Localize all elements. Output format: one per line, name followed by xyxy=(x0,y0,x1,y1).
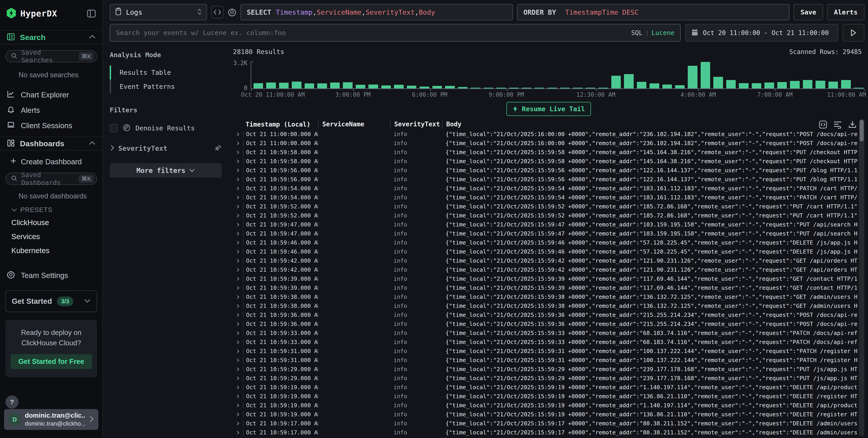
lang-toggle-lucene[interactable]: Lucene xyxy=(652,29,674,37)
log-row[interactable]: Oct 21 10:59:38.000 AMinfo{"time_local":… xyxy=(233,302,858,310)
create-dashboard-button[interactable]: Create Dashboard xyxy=(0,157,102,167)
row-expand-icon[interactable] xyxy=(233,159,243,164)
sidebar-item-search[interactable]: Search xyxy=(0,30,102,44)
histogram-bar[interactable] xyxy=(407,86,416,88)
resume-live-tail-button[interactable]: Resume Live Tail xyxy=(506,102,591,116)
col-header-severitytext[interactable]: SeverityText xyxy=(390,121,442,128)
date-range-picker[interactable]: Oct 20 11:00:00 - Oct 21 11:00:00 xyxy=(685,24,838,42)
row-expand-icon[interactable] xyxy=(233,249,243,254)
log-row[interactable]: Oct 21 10:59:29.000 AMinfo{"time_local":… xyxy=(233,374,858,383)
histogram-bar[interactable] xyxy=(841,80,850,88)
chevron-up-icon[interactable] xyxy=(89,35,96,40)
log-row[interactable]: Oct 21 10:59:46.000 AMinfo{"time_local":… xyxy=(233,247,858,256)
row-expand-icon[interactable] xyxy=(233,168,243,173)
histogram-bar[interactable] xyxy=(662,85,672,88)
sidebar-item-chart-explorer[interactable]: Chart Explorer xyxy=(0,89,102,101)
histogram-bar[interactable] xyxy=(394,85,403,88)
histogram-bar[interactable] xyxy=(560,88,570,88)
get-started-free-button[interactable]: Get Started for Free xyxy=(11,354,92,369)
histogram-bar[interactable] xyxy=(305,83,314,88)
help-button[interactable]: ? xyxy=(5,396,19,409)
run-query-button[interactable] xyxy=(843,24,864,42)
order-by-input[interactable]: ORDER BY TimestampTime DESC xyxy=(517,4,789,20)
log-row[interactable]: Oct 21 10:59:54.000 AMinfo{"time_local":… xyxy=(233,184,858,193)
preset-kubernetes[interactable]: Kubernetes xyxy=(0,246,102,256)
log-row[interactable]: Oct 21 10:59:17.000 AMinfo{"time_local":… xyxy=(233,428,858,437)
row-expand-icon[interactable] xyxy=(233,349,243,354)
histogram-bar[interactable] xyxy=(624,74,633,88)
row-expand-icon[interactable] xyxy=(233,403,243,408)
scrollbar-thumb[interactable] xyxy=(860,120,864,141)
sidebar-item-client-sessions[interactable]: Client Sessions xyxy=(0,120,102,132)
row-expand-icon[interactable] xyxy=(233,222,243,227)
histogram-bar[interactable] xyxy=(471,88,480,88)
preset-clickhouse[interactable]: ClickHouse xyxy=(0,217,102,228)
row-expand-icon[interactable] xyxy=(233,213,243,218)
mode-results-table[interactable]: Results Table xyxy=(110,66,222,79)
histogram-bar[interactable] xyxy=(535,88,544,88)
denoise-results-toggle[interactable]: Denoise Results xyxy=(110,124,222,132)
log-row[interactable]: Oct 21 10:59:31.000 AMinfo{"time_local":… xyxy=(233,356,858,365)
histogram-bar[interactable] xyxy=(292,81,301,88)
histogram-bar[interactable] xyxy=(829,81,838,88)
histogram-bar[interactable] xyxy=(815,81,825,88)
row-expand-icon[interactable] xyxy=(233,358,243,363)
row-expand-icon[interactable] xyxy=(233,304,243,308)
row-expand-icon[interactable] xyxy=(233,430,243,435)
saved-searches-input[interactable]: Saved Searches ⌘K xyxy=(5,50,97,62)
log-row[interactable]: Oct 21 10:59:17.000 AMinfo{"time_local":… xyxy=(233,419,858,428)
log-row[interactable]: Oct 21 10:59:19.000 AMinfo{"time_local":… xyxy=(233,410,858,419)
row-expand-icon[interactable] xyxy=(233,267,243,272)
select-clause-input[interactable]: SELECT Timestamp,ServiceName,SeverityTex… xyxy=(240,4,513,20)
user-menu[interactable]: D dominic.tran@clic... dominic.tran@clic… xyxy=(4,409,98,430)
log-row[interactable]: Oct 21 10:59:47.000 AMinfo{"time_local":… xyxy=(233,229,858,238)
col-header-servicename[interactable]: ServiceName xyxy=(318,121,390,128)
histogram-bar[interactable] xyxy=(675,85,685,89)
row-expand-icon[interactable] xyxy=(233,285,243,291)
histogram-bar[interactable] xyxy=(803,80,812,88)
histogram-bar[interactable] xyxy=(637,82,646,88)
histogram-bar[interactable] xyxy=(547,88,557,88)
histogram-bar[interactable] xyxy=(509,88,519,88)
log-row[interactable]: Oct 21 10:59:29.000 AMinfo{"time_local":… xyxy=(233,365,858,374)
row-expand-icon[interactable] xyxy=(233,331,243,336)
row-expand-icon[interactable] xyxy=(233,412,243,417)
histogram-bar[interactable] xyxy=(381,86,391,88)
histogram-bar[interactable] xyxy=(726,80,736,88)
histogram-bar[interactable] xyxy=(432,86,442,88)
log-row[interactable]: Oct 21 10:59:56.000 AMinfo{"time_local":… xyxy=(233,166,858,175)
source-select[interactable]: Logs xyxy=(110,4,207,20)
row-expand-icon[interactable] xyxy=(233,132,243,137)
histogram-bar[interactable] xyxy=(650,83,659,88)
log-row[interactable]: Oct 21 10:59:38.000 AMinfo{"time_local":… xyxy=(233,293,858,302)
row-expand-icon[interactable] xyxy=(233,141,243,146)
row-expand-icon[interactable] xyxy=(233,276,243,281)
pin-icon[interactable] xyxy=(214,144,222,152)
log-row[interactable]: Oct 21 11:00:00.000 AMinfo{"time_local":… xyxy=(233,139,858,148)
histogram-bar[interactable] xyxy=(611,76,621,88)
histogram-bar[interactable] xyxy=(343,82,352,88)
log-row[interactable]: Oct 21 10:59:52.000 AMinfo{"time_local":… xyxy=(233,202,858,211)
row-expand-icon[interactable] xyxy=(233,258,243,263)
row-expand-icon[interactable] xyxy=(233,195,243,200)
row-expand-icon[interactable] xyxy=(233,340,243,345)
log-row[interactable]: Oct 21 10:59:42.000 AMinfo{"time_local":… xyxy=(233,265,858,274)
histogram-bar[interactable] xyxy=(598,88,608,88)
row-expand-icon[interactable] xyxy=(233,322,243,327)
event-search-input[interactable]: Search your events w/ Lucene ex. column:… xyxy=(110,24,681,42)
chevron-up-icon[interactable] xyxy=(89,141,96,146)
sql-editor-toggle-icon[interactable] xyxy=(211,6,224,19)
collapse-sidebar-icon[interactable] xyxy=(87,10,96,18)
get-started-dropdown[interactable]: Get Started 3/3 xyxy=(5,291,97,312)
histogram-bar[interactable] xyxy=(496,88,506,88)
log-row[interactable]: Oct 21 10:59:58.000 AMinfo{"time_local":… xyxy=(233,148,858,157)
log-row[interactable]: Oct 21 10:59:39.000 AMinfo{"time_local":… xyxy=(233,274,858,283)
row-expand-icon[interactable] xyxy=(233,385,243,390)
histogram-bar[interactable] xyxy=(777,82,787,88)
vertical-scrollbar[interactable] xyxy=(859,119,864,436)
severity-filter-group[interactable]: SeverityText xyxy=(110,144,222,152)
row-expand-icon[interactable] xyxy=(233,186,243,191)
histogram-bar[interactable] xyxy=(522,88,531,88)
column-editor-icon[interactable] xyxy=(819,120,827,130)
log-row[interactable]: Oct 21 10:59:39.000 AMinfo{"time_local":… xyxy=(233,283,858,293)
